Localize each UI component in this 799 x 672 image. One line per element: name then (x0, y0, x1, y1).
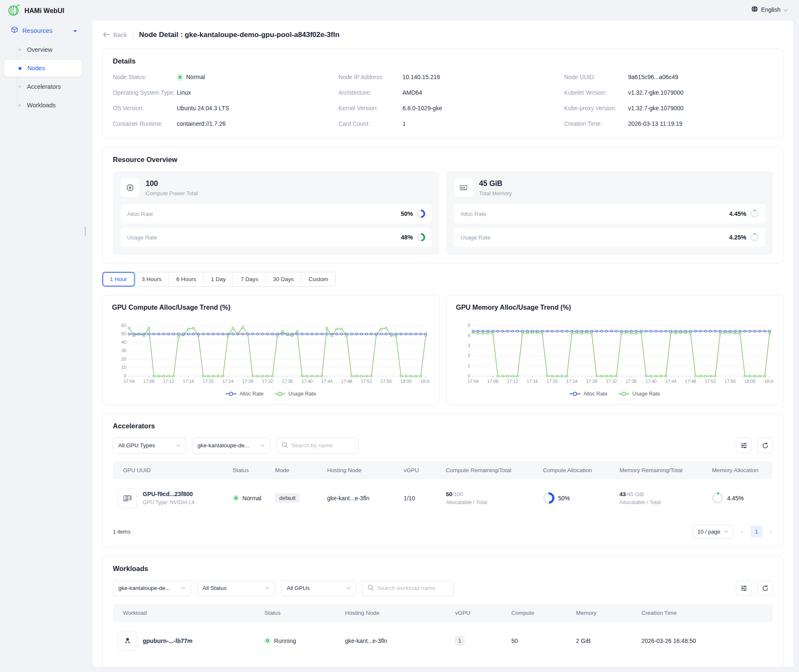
status-normal-icon (233, 495, 239, 501)
svg-text:17:52: 17:52 (361, 379, 372, 384)
memory-total-value: 45 GiB (479, 179, 512, 188)
sidebar-item-accelerators[interactable]: Accelerators (4, 78, 82, 95)
tab-custom[interactable]: Custom (301, 272, 336, 286)
table-header-row: GPU UUID Status Mode Hosting Node vGPU C… (113, 461, 773, 479)
chevron-down-icon (181, 587, 186, 590)
field-os-type: Operating System Type: Linux (113, 88, 322, 97)
table-row[interactable]: GPU-f9cd...23f800 GPU Type: NVIDIA L4 No… (113, 479, 773, 517)
svg-text:17:56: 17:56 (381, 379, 392, 384)
svg-text:17:44: 17:44 (321, 379, 333, 384)
svg-text:10: 10 (121, 365, 126, 370)
language-label: English (761, 6, 780, 13)
back-button[interactable]: Back (103, 32, 127, 38)
alloc-rate-donut (750, 210, 759, 218)
accelerator-search[interactable] (276, 438, 359, 454)
sidebar-item-label: Nodes (27, 65, 45, 72)
memory-value: 2 GiB (576, 637, 591, 644)
field-creation-time: Creation Time: 2026-03-13 11:19:19 (564, 120, 773, 128)
field-node-uuid: Node UUID: 9a615c96...a06c49 (564, 73, 773, 81)
svg-text:17:20: 17:20 (202, 379, 214, 384)
tab-1-hour[interactable]: 1 Hour (103, 272, 135, 286)
page-size-select[interactable]: 10 / page (692, 525, 733, 539)
table-row[interactable]: gpuburn-...-lb77m Running gke-kant...e-3… (113, 622, 773, 660)
sidebar-item-overview[interactable]: Overview (4, 41, 82, 58)
workload-search[interactable] (362, 580, 454, 596)
language-selector[interactable]: English (751, 5, 788, 14)
current-page[interactable]: 1 (751, 526, 762, 537)
node-select[interactable]: gke-kantaloupe-de... (192, 438, 270, 454)
svg-text:17:16: 17:16 (183, 379, 194, 384)
svg-text:17:20: 17:20 (546, 379, 558, 384)
search-icon (282, 442, 288, 449)
chevron-down-icon (260, 444, 265, 447)
workload-node-select[interactable]: gke-kantaloupe-de... (113, 580, 191, 596)
svg-text:17:28: 17:28 (242, 379, 253, 384)
memory-icon (454, 178, 473, 197)
page-title: Node Detail : gke-kantaloupe-demo-gpu-po… (139, 31, 339, 39)
tab-6-hours[interactable]: 6 Hours (169, 272, 204, 286)
legend-item-usage-rate[interactable]: Usage Rate (274, 391, 316, 397)
workload-status-select[interactable]: All Status (197, 580, 275, 596)
svg-text:18:00: 18:00 (744, 379, 756, 384)
field-kubelet-version: Kubelet Version: v1.32.7-gke.1079000 (564, 88, 773, 97)
caret-down-icon (73, 27, 77, 34)
refresh-button[interactable] (757, 580, 773, 596)
legend-item-usage-rate[interactable]: Usage Rate (618, 391, 660, 397)
workload-name-link[interactable]: gpuburn-...-lb77m (143, 637, 192, 644)
search-icon (368, 584, 374, 592)
hosting-node: gke-kant...e-3fln (345, 637, 387, 644)
svg-text:17:16: 17:16 (527, 379, 538, 384)
column-settings-icon (740, 585, 747, 591)
chevron-down-icon (346, 587, 351, 590)
tab-3-hours[interactable]: 3 Hours (135, 272, 169, 286)
svg-text:5: 5 (468, 323, 470, 328)
gpu-type-label: GPU Type: NVIDIA L4 (143, 499, 194, 505)
items-count: 1 items (113, 529, 131, 535)
tree-dot-icon (19, 85, 21, 88)
svg-text:17:28: 17:28 (586, 379, 597, 384)
memory-allocation-donut (712, 492, 723, 504)
sidebar-item-workloads[interactable]: Workloads (4, 97, 82, 114)
tab-7-days[interactable]: 7 Days (233, 272, 266, 286)
accelerators-table: GPU UUID Status Mode Hosting Node vGPU C… (113, 461, 773, 517)
refresh-button[interactable] (757, 438, 773, 453)
field-node-status: Node Status: Normal (113, 73, 322, 81)
main-content: Back Node Detail : gke-kantaloupe-demo-g… (92, 20, 794, 667)
gpu-uuid-link[interactable]: GPU-f9cd...23f800 (143, 491, 194, 497)
workload-gpus-select[interactable]: All GPUs (281, 580, 356, 596)
gpu-type-select[interactable]: All GPU Types (113, 438, 186, 454)
legend-item-alloc-rate[interactable]: Alloc Rate (226, 391, 264, 397)
tab-30-days[interactable]: 30 Days (266, 272, 301, 286)
next-page-button[interactable]: › (769, 528, 773, 535)
gpu-memory-trend-chart-card: GPU Memory Alloc/Usage Trend (%) 0123451… (446, 295, 783, 405)
svg-text:17:32: 17:32 (606, 379, 617, 384)
prev-page-button[interactable]: ‹ (740, 528, 744, 535)
memory-usage-rate-row: Usage Rate 4.25% (454, 228, 765, 247)
app-logo[interactable]: HAMi WebUI (8, 4, 64, 18)
svg-text:17:04: 17:04 (467, 379, 479, 384)
status-running-icon (264, 637, 271, 644)
field-kube-proxy-version: Kube-proxy Version: v1.32.7-gke.1079000 (564, 104, 773, 112)
svg-text:60: 60 (121, 323, 126, 328)
sidebar-section-resources[interactable]: Resources (0, 22, 86, 39)
chart-legend: Alloc RateUsage Rate (112, 391, 430, 398)
sidebar-resize-handle[interactable] (85, 227, 86, 236)
svg-text:17:40: 17:40 (645, 379, 657, 384)
gpu-chip-icon (120, 178, 140, 197)
column-settings-button[interactable] (736, 438, 751, 453)
column-settings-button[interactable] (736, 580, 751, 596)
compute-total-value: 100 (146, 179, 198, 188)
accelerators-title: Accelerators (113, 422, 773, 430)
field-container-runtime: Container Runtime: containerd://1.7.26 (113, 120, 322, 128)
sidebar-item-nodes[interactable]: Nodes (4, 60, 82, 77)
search-input[interactable] (377, 585, 448, 591)
tab-1-day[interactable]: 1 Day (204, 272, 233, 286)
arrow-left-icon (103, 32, 110, 38)
details-title: Details (113, 57, 773, 65)
total-memory-panel: 45 GiB Total Memory Alloc Rate 4.45% Usa… (446, 171, 773, 255)
search-input[interactable] (291, 442, 353, 449)
table-header-row: Workload Status Hosting Node vGPU Comput… (113, 604, 773, 622)
legend-item-alloc-rate[interactable]: Alloc Rate (570, 391, 607, 397)
svg-text:17:12: 17:12 (163, 379, 174, 384)
hosting-node: gke-kant...e-3fln (327, 495, 369, 502)
